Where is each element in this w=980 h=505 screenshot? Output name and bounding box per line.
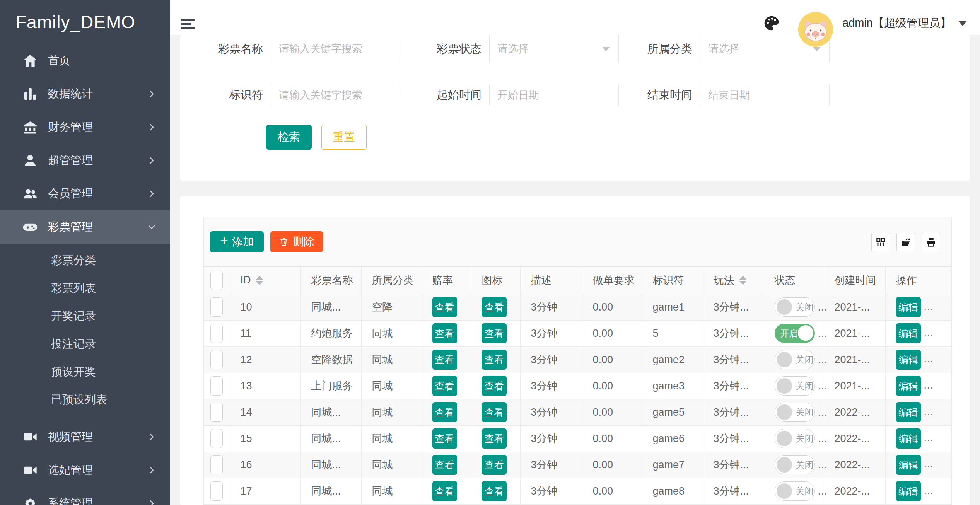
lottery-status-select[interactable]: 请选择 bbox=[489, 35, 619, 63]
sidebar-item-lottery[interactable]: 彩票管理 bbox=[0, 210, 170, 244]
status-toggle[interactable]: 关闭 bbox=[775, 455, 815, 474]
sidebar-sub-preset-draw[interactable]: 预设开奖 bbox=[0, 358, 170, 386]
status-toggle[interactable]: 开启 bbox=[775, 324, 815, 343]
plus-icon: + bbox=[220, 234, 228, 248]
view-odds-button[interactable]: 查看 bbox=[432, 297, 457, 317]
start-date-input[interactable] bbox=[497, 89, 611, 101]
columns-filter-icon[interactable] bbox=[871, 233, 890, 251]
view-icon-button[interactable]: 查看 bbox=[482, 455, 507, 475]
column-header-status: 状态 bbox=[764, 267, 824, 294]
column-header-play: 玩法 bbox=[714, 273, 734, 287]
cell-id: 13 bbox=[230, 373, 300, 399]
view-icon-button[interactable]: 查看 bbox=[482, 481, 507, 501]
sidebar-sub-draw-records[interactable]: 开奖记录 bbox=[0, 302, 170, 330]
edit-button[interactable]: 编辑 bbox=[896, 350, 921, 370]
sidebar-item-system[interactable]: 系统管理 bbox=[0, 487, 170, 505]
sidebar-item-video[interactable]: 视频管理 bbox=[0, 420, 170, 454]
sidebar-sub-lottery-category[interactable]: 彩票分类 bbox=[0, 246, 170, 274]
view-odds-button[interactable]: 查看 bbox=[432, 402, 457, 422]
row-checkbox[interactable] bbox=[210, 429, 223, 448]
add-button[interactable]: +添加 bbox=[210, 231, 264, 252]
theme-palette-icon[interactable] bbox=[763, 14, 780, 32]
edit-button[interactable]: 编辑 bbox=[896, 323, 921, 343]
status-toggle[interactable]: 关闭 bbox=[775, 376, 815, 396]
print-icon[interactable] bbox=[922, 233, 940, 251]
cell-lottery-name: 同城... bbox=[300, 399, 361, 425]
edit-button[interactable]: 编辑 bbox=[896, 428, 921, 449]
cell-identifier: 5 bbox=[642, 320, 703, 346]
user-dropdown-caret-icon[interactable] bbox=[958, 21, 967, 26]
row-checkbox[interactable] bbox=[210, 376, 223, 396]
sidebar-sub-bet-records[interactable]: 投注记录 bbox=[0, 330, 170, 358]
lottery-name-input[interactable] bbox=[279, 43, 392, 55]
view-odds-button[interactable]: 查看 bbox=[432, 376, 457, 396]
status-toggle[interactable]: 关闭 bbox=[775, 403, 815, 422]
view-icon-button[interactable]: 查看 bbox=[482, 376, 507, 396]
status-toggle[interactable]: 关闭 bbox=[775, 350, 815, 369]
status-toggle[interactable]: 关闭 bbox=[775, 429, 815, 448]
sidebar-sub-lottery-list[interactable]: 彩票列表 bbox=[0, 274, 170, 302]
cell-play: 3分钟... bbox=[703, 425, 764, 452]
view-icon-button[interactable]: 查看 bbox=[482, 402, 507, 422]
truncation-ellipsis: ... bbox=[818, 380, 828, 392]
row-checkbox[interactable] bbox=[210, 481, 223, 501]
sidebar-item-consort[interactable]: 选妃管理 bbox=[0, 454, 170, 487]
sort-icon[interactable] bbox=[739, 276, 746, 285]
table-row: 15 同城... 同城 查看 查看 3分钟 0.00 game6 3分钟... … bbox=[204, 425, 951, 452]
toggle-knob bbox=[777, 431, 792, 446]
sort-icon[interactable] bbox=[256, 276, 263, 285]
edit-button[interactable]: 编辑 bbox=[896, 297, 921, 317]
row-checkbox[interactable] bbox=[210, 324, 223, 343]
cell-play: 3分钟... bbox=[703, 346, 764, 373]
edit-button[interactable]: 编辑 bbox=[896, 481, 921, 501]
end-date-input[interactable] bbox=[708, 89, 821, 101]
search-button[interactable]: 检索 bbox=[266, 125, 312, 150]
edit-button[interactable]: 编辑 bbox=[896, 455, 921, 475]
view-icon-button[interactable]: 查看 bbox=[482, 323, 507, 343]
row-checkbox[interactable] bbox=[210, 350, 223, 369]
view-odds-button[interactable]: 查看 bbox=[432, 481, 457, 501]
truncation-ellipsis: ... bbox=[818, 433, 828, 445]
sidebar-item-superadmin[interactable]: 超管管理 bbox=[0, 144, 170, 177]
username-label[interactable]: admin【超级管理员】 bbox=[842, 15, 951, 31]
truncation-ellipsis: ... bbox=[818, 354, 828, 366]
status-toggle[interactable]: 关闭 bbox=[775, 297, 815, 317]
field-identifier: 标识符 bbox=[180, 84, 400, 106]
user-avatar[interactable] bbox=[798, 12, 833, 47]
status-toggle[interactable]: 关闭 bbox=[775, 481, 815, 501]
field-label: 所属分类 bbox=[619, 41, 692, 57]
sidebar-item-members[interactable]: 会员管理 bbox=[0, 177, 170, 210]
cell-lottery-name: 同城... bbox=[300, 452, 361, 478]
view-icon-button[interactable]: 查看 bbox=[482, 428, 507, 449]
column-header-requirement: 做单要求 bbox=[582, 267, 642, 294]
view-odds-button[interactable]: 查看 bbox=[432, 428, 457, 449]
delete-button[interactable]: 删除 bbox=[270, 231, 323, 252]
sidebar-item-finance[interactable]: 财务管理 bbox=[0, 111, 170, 144]
edit-button[interactable]: 编辑 bbox=[896, 376, 921, 396]
export-icon[interactable] bbox=[896, 233, 915, 251]
cell-play: 3分钟... bbox=[703, 373, 764, 399]
row-checkbox[interactable] bbox=[210, 403, 223, 422]
table-row: 17 同城... 同城 查看 查看 3分钟 0.00 game8 3分钟... … bbox=[204, 478, 951, 504]
select-all-checkbox[interactable] bbox=[210, 271, 223, 290]
row-checkbox[interactable] bbox=[210, 455, 223, 474]
view-icon-button[interactable]: 查看 bbox=[482, 297, 507, 317]
cell-id: 10 bbox=[230, 294, 300, 320]
view-odds-button[interactable]: 查看 bbox=[432, 350, 457, 370]
toggle-label: 关闭 bbox=[796, 354, 814, 366]
truncation-ellipsis: ... bbox=[818, 301, 828, 313]
toggle-knob bbox=[777, 404, 792, 420]
hamburger-menu-icon[interactable] bbox=[181, 19, 196, 29]
sidebar-item-home[interactable]: 首页 bbox=[0, 44, 170, 77]
toggle-knob bbox=[798, 325, 813, 341]
reset-button[interactable]: 重置 bbox=[321, 125, 367, 150]
row-checkbox[interactable] bbox=[210, 297, 223, 317]
sidebar-sub-preset-list[interactable]: 已预设列表 bbox=[0, 386, 170, 413]
sidebar-item-statistics[interactable]: 数据统计 bbox=[0, 77, 170, 111]
view-icon-button[interactable]: 查看 bbox=[482, 350, 507, 370]
view-odds-button[interactable]: 查看 bbox=[432, 455, 457, 475]
view-odds-button[interactable]: 查看 bbox=[432, 323, 457, 343]
edit-button[interactable]: 编辑 bbox=[896, 402, 921, 422]
identifier-input[interactable] bbox=[279, 89, 392, 101]
cell-lottery-name: 同城... bbox=[300, 294, 361, 320]
